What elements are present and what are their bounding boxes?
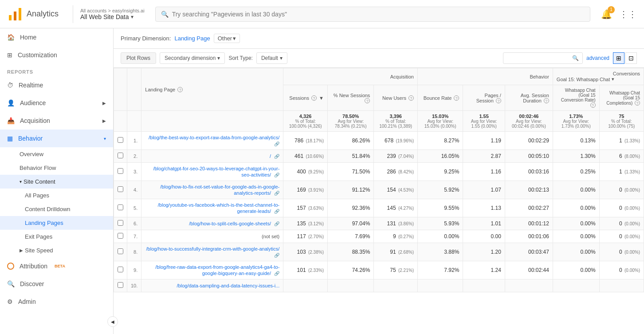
completions-header: Whatsapp Chat(Goal 15Completions) ? xyxy=(599,85,644,111)
conv-rate-help-icon[interactable]: ? xyxy=(590,102,596,108)
totals-pct-new: 78.50% Avg for View: 78.34% (0.21%) xyxy=(327,111,373,132)
row-checkbox[interactable] xyxy=(114,217,127,230)
plot-rows-button[interactable]: Plot Rows xyxy=(121,52,156,64)
reports-section-label: REPORTS xyxy=(0,64,113,76)
new-users-help-icon[interactable]: ? xyxy=(408,95,414,101)
row-pages-session: 1.24 xyxy=(463,261,505,279)
row-pct-new xyxy=(327,279,373,292)
account-info[interactable]: All accounts > easyInsights.ai All Web S… xyxy=(80,8,145,20)
apps-icon[interactable]: ⋮⋮ xyxy=(619,9,637,20)
advanced-link[interactable]: advanced xyxy=(586,55,609,61)
row-checkbox-input[interactable] xyxy=(118,137,123,143)
table-search-icon[interactable]: 🔍 xyxy=(572,55,579,61)
row-checkbox-input[interactable] xyxy=(118,153,123,158)
sidebar-item-behavior-flow[interactable]: Behavior Flow xyxy=(0,161,113,175)
row-conv-rate: 0.00% xyxy=(553,261,599,279)
other-view-button[interactable]: ⊡ xyxy=(625,52,637,64)
page-link[interactable]: / xyxy=(270,153,271,159)
page-link[interactable]: /blog/how-to-split-cells-google-sheets/ xyxy=(189,221,271,226)
completions-help-icon[interactable]: ? xyxy=(635,100,640,106)
external-link-icon[interactable]: 🔗 xyxy=(274,221,279,226)
sort-default-dropdown[interactable]: Default ▾ xyxy=(256,52,287,64)
sidebar-item-overview[interactable]: Overview xyxy=(0,147,113,161)
external-link-icon[interactable]: 🔗 xyxy=(274,173,279,177)
row-number: 2. xyxy=(127,150,141,163)
row-checkbox[interactable] xyxy=(114,279,127,292)
row-checkbox-input[interactable] xyxy=(118,186,123,192)
sidebar-item-attribution[interactable]: Attribution BETA xyxy=(0,257,113,275)
row-checkbox-input[interactable] xyxy=(118,248,123,254)
row-checkbox[interactable] xyxy=(114,230,127,243)
external-link-icon[interactable]: 🔗 xyxy=(274,253,279,258)
sidebar-item-audience[interactable]: 👤 Audience ▶ xyxy=(0,94,113,112)
row-checkbox[interactable] xyxy=(114,181,127,199)
row-checkbox[interactable] xyxy=(114,199,127,217)
table-search-input[interactable] xyxy=(507,55,570,61)
avg-session-help-icon[interactable]: ? xyxy=(544,98,549,103)
sessions-sort-icon[interactable]: ▼ xyxy=(319,95,324,101)
sidebar-item-exit-pages[interactable]: Exit Pages xyxy=(0,230,113,244)
sidebar-item-site-content[interactable]: ▾ Site Content xyxy=(0,175,113,189)
bounce-rate-help-icon[interactable]: ? xyxy=(454,95,459,101)
sidebar-item-admin[interactable]: ⚙ Admin xyxy=(0,293,113,310)
sidebar-item-customization[interactable]: ⊞ Customization xyxy=(0,46,113,64)
page-link[interactable]: /blog/youtube-vs-facebook-which-is-the-b… xyxy=(158,202,280,214)
page-link[interactable]: /blog/the-best-way-to-export-raw-data-fr… xyxy=(149,135,279,140)
search-bar[interactable]: 🔍 xyxy=(155,7,590,22)
row-checkbox[interactable] xyxy=(114,150,127,163)
account-name[interactable]: All Web Site Data ▾ xyxy=(80,13,145,20)
row-checkbox-input[interactable] xyxy=(118,282,123,288)
row-avg-duration: 00:01:06 xyxy=(505,230,553,243)
row-bounce: 3.88% xyxy=(417,243,463,261)
row-checkbox[interactable] xyxy=(114,132,127,150)
row-pct-new: 92.36% xyxy=(327,199,373,217)
sidebar-item-content-drilldown[interactable]: Content Drilldown xyxy=(0,202,113,216)
page-link[interactable]: /blog/data-sampling-and-data-latency-iss… xyxy=(177,283,280,288)
grid-view-button[interactable]: ⊞ xyxy=(613,52,624,64)
account-dropdown-icon[interactable]: ▾ xyxy=(131,14,134,20)
external-link-icon[interactable]: 🔗 xyxy=(274,154,279,159)
sidebar-item-discover[interactable]: 🔍 Discover xyxy=(0,275,113,293)
search-input[interactable] xyxy=(172,11,585,18)
sidebar-collapse-button[interactable]: ◀ xyxy=(107,316,114,327)
row-checkbox-input[interactable] xyxy=(118,267,123,272)
external-link-icon[interactable]: 🔗 xyxy=(274,271,279,276)
goal-dropdown-button[interactable]: Goal 15: Whatsapp Chat ▾ xyxy=(557,76,614,82)
row-pages-session: 0.00 xyxy=(463,230,505,243)
sidebar-item-all-pages[interactable]: All Pages xyxy=(0,189,113,202)
sessions-help-icon[interactable]: ? xyxy=(311,95,317,101)
table-search-box[interactable]: 🔍 xyxy=(503,52,583,64)
pct-new-sessions-help-icon[interactable]: ? xyxy=(365,98,370,103)
page-link[interactable]: /blog/how-to-successfully-integrate-crm-… xyxy=(146,246,280,251)
sidebar-item-landing-pages[interactable]: Landing Pages xyxy=(0,216,113,230)
sidebar-item-home[interactable]: 🏠 Home xyxy=(0,28,113,46)
landing-page-help-icon[interactable]: ? xyxy=(177,87,183,92)
secondary-dimension-dropdown[interactable]: Secondary dimension ▾ xyxy=(160,52,225,64)
row-completions: 0 (0.00%) xyxy=(599,230,644,243)
other-button[interactable]: Other ▾ xyxy=(214,34,240,43)
row-checkbox[interactable] xyxy=(114,243,127,261)
row-checkbox[interactable] xyxy=(114,163,127,181)
page-link[interactable]: /blog/how-to-fix-not-set-value-for-googl… xyxy=(160,184,279,196)
sidebar-item-site-speed[interactable]: ▶ Site Speed xyxy=(0,244,113,257)
primary-dim-value[interactable]: Landing Page xyxy=(174,35,210,42)
row-pct-new: 74.26% xyxy=(327,261,373,279)
notification-button[interactable]: 🔔 1 xyxy=(601,9,612,20)
page-link[interactable]: /blog/chatgpt-for-seo-20-ways-to-leverag… xyxy=(153,166,279,177)
sidebar-item-behavior[interactable]: ▦ Behavior ▾ xyxy=(0,130,113,147)
sidebar-item-realtime[interactable]: ⏱ Realtime xyxy=(0,76,113,94)
pages-session-header: Pages /Session ? xyxy=(463,85,505,111)
row-checkbox[interactable] xyxy=(114,261,127,279)
external-link-icon[interactable]: 🔗 xyxy=(274,209,279,214)
row-checkbox-input[interactable] xyxy=(118,233,123,239)
pages-session-help-icon[interactable]: ? xyxy=(496,98,501,103)
sidebar-item-acquisition[interactable]: 📥 Acquisition ▶ xyxy=(0,112,113,130)
row-checkbox-input[interactable] xyxy=(118,220,123,226)
external-link-icon[interactable]: 🔗 xyxy=(274,191,279,196)
row-checkbox-input[interactable] xyxy=(118,168,123,174)
page-link[interactable]: /blog/free-raw-data-export-from-google-a… xyxy=(155,264,279,276)
external-link-icon[interactable]: 🔗 xyxy=(274,141,279,146)
conversions-group-header: Conversions Goal 15: Whatsapp Chat ▾ xyxy=(553,68,644,85)
content-area: Primary Dimension: Landing Page Other ▾ … xyxy=(114,28,644,292)
row-checkbox-input[interactable] xyxy=(118,204,123,210)
